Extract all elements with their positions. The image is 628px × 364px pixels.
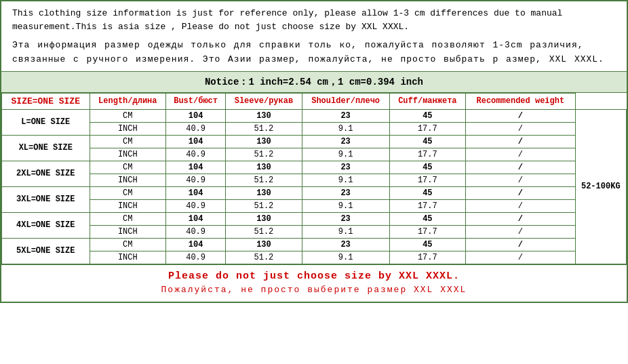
- table-row-inch: INCH40.951.29.117.7/: [2, 225, 627, 238]
- unit-inch: INCH: [90, 225, 166, 238]
- main-container: This clothing size information is just f…: [0, 0, 628, 303]
- val-cm-length: 104: [166, 212, 226, 225]
- val-cm-shoulder: 45: [389, 135, 466, 148]
- val-cm-bust: 130: [226, 109, 302, 122]
- val-cm-sleeve: 23: [302, 186, 389, 199]
- size-label: 4XL=ONE SIZE: [2, 212, 90, 238]
- val-inch-shoulder: 17.7: [389, 148, 466, 161]
- val-cm-shoulder: 45: [389, 238, 466, 251]
- table-row: 5XL=ONE SIZECM1041302345/: [2, 238, 627, 251]
- val-inch-sleeve: 9.1: [302, 122, 389, 135]
- unit-cm: CM: [90, 186, 166, 199]
- table-row: L=ONE SIZECM1041302345/52-100KG: [2, 109, 627, 122]
- val-inch-sleeve: 9.1: [302, 225, 389, 238]
- table-row-inch: INCH40.951.29.117.7/: [2, 251, 627, 264]
- table-row-inch: INCH40.951.29.117.7/: [2, 199, 627, 212]
- unit-cm: CM: [90, 161, 166, 174]
- val-inch-cuff: /: [466, 148, 575, 161]
- header-sleeve: Sleeve/рукав: [226, 93, 302, 109]
- table-row: 3XL=ONE SIZECM1041302345/: [2, 186, 627, 199]
- val-cm-bust: 130: [226, 212, 302, 225]
- table-row: XL=ONE SIZECM1041302345/: [2, 135, 627, 148]
- val-cm-cuff: /: [466, 186, 575, 199]
- notice-bar: Notice：1 inch=2.54 cm，1 cm=0.394 inch: [1, 71, 627, 93]
- val-cm-length: 104: [166, 109, 226, 122]
- val-inch-sleeve: 9.1: [302, 174, 389, 186]
- russian-notice: Эта информация размер одежды только для …: [12, 39, 616, 67]
- header-bust: Bust/бюст: [166, 93, 226, 109]
- table-row: 4XL=ONE SIZECM1041302345/: [2, 212, 627, 225]
- val-cm-shoulder: 45: [389, 186, 466, 199]
- table-row-inch: INCH40.951.29.117.7/: [2, 174, 627, 186]
- unit-inch: INCH: [90, 174, 166, 186]
- val-inch-shoulder: 17.7: [389, 199, 466, 212]
- val-inch-bust: 51.2: [226, 199, 302, 212]
- val-inch-bust: 51.2: [226, 251, 302, 264]
- val-cm-cuff: /: [466, 135, 575, 148]
- val-cm-bust: 130: [226, 238, 302, 251]
- val-inch-cuff: /: [466, 174, 575, 186]
- table-row-inch: INCH40.951.29.117.7/: [2, 122, 627, 135]
- val-cm-length: 104: [166, 161, 226, 174]
- val-cm-length: 104: [166, 186, 226, 199]
- val-cm-bust: 130: [226, 161, 302, 174]
- val-inch-length: 40.9: [166, 251, 226, 264]
- val-inch-length: 40.9: [166, 174, 226, 186]
- val-inch-length: 40.9: [166, 122, 226, 135]
- val-inch-length: 40.9: [166, 148, 226, 161]
- val-cm-sleeve: 23: [302, 161, 389, 174]
- header-size: SIZE=ONE SIZE: [2, 93, 90, 109]
- unit-inch: INCH: [90, 199, 166, 212]
- footer-english: Please do not just choose size by XXL XX…: [1, 270, 627, 282]
- val-cm-bust: 130: [226, 135, 302, 148]
- val-cm-shoulder: 45: [389, 161, 466, 174]
- val-inch-shoulder: 17.7: [389, 251, 466, 264]
- header-length: Length/длина: [90, 93, 166, 109]
- size-label: XL=ONE SIZE: [2, 135, 90, 161]
- val-cm-cuff: /: [466, 238, 575, 251]
- val-inch-sleeve: 9.1: [302, 199, 389, 212]
- val-cm-cuff: /: [466, 212, 575, 225]
- footer-russian: Пожалуйста, не просто выберите размер XX…: [1, 285, 627, 295]
- unit-inch: INCH: [90, 122, 166, 135]
- val-inch-shoulder: 17.7: [389, 174, 466, 186]
- footer-section: Please do not just choose size by XXL XX…: [1, 264, 627, 302]
- unit-inch: INCH: [90, 251, 166, 264]
- size-table: SIZE=ONE SIZE Length/длина Bust/бюст Sle…: [1, 93, 627, 264]
- val-inch-sleeve: 9.1: [302, 251, 389, 264]
- table-row: 2XL=ONE SIZECM1041302345/: [2, 161, 627, 174]
- notice-section: This clothing size information is just f…: [1, 1, 627, 71]
- val-inch-cuff: /: [466, 122, 575, 135]
- val-inch-shoulder: 17.7: [389, 122, 466, 135]
- unit-cm: CM: [90, 212, 166, 225]
- header-weight: Recommended weight: [466, 93, 575, 109]
- val-inch-cuff: /: [466, 251, 575, 264]
- val-cm-shoulder: 45: [389, 109, 466, 122]
- unit-cm: CM: [90, 238, 166, 251]
- val-cm-sleeve: 23: [302, 238, 389, 251]
- weight-cell: 52-100KG: [575, 109, 626, 264]
- val-inch-cuff: /: [466, 199, 575, 212]
- val-cm-sleeve: 23: [302, 135, 389, 148]
- header-cuff: Cuff/манжета: [389, 93, 466, 109]
- val-inch-cuff: /: [466, 225, 575, 238]
- val-cm-bust: 130: [226, 186, 302, 199]
- val-cm-cuff: /: [466, 161, 575, 174]
- val-inch-sleeve: 9.1: [302, 148, 389, 161]
- val-inch-length: 40.9: [166, 199, 226, 212]
- val-cm-length: 104: [166, 238, 226, 251]
- size-label: 3XL=ONE SIZE: [2, 186, 90, 212]
- val-inch-bust: 51.2: [226, 148, 302, 161]
- val-inch-bust: 51.2: [226, 174, 302, 186]
- val-cm-sleeve: 23: [302, 109, 389, 122]
- val-cm-length: 104: [166, 135, 226, 148]
- val-inch-bust: 51.2: [226, 225, 302, 238]
- val-inch-bust: 51.2: [226, 122, 302, 135]
- val-cm-shoulder: 45: [389, 212, 466, 225]
- header-shoulder: Shoulder/плечо: [302, 93, 389, 109]
- val-cm-cuff: /: [466, 109, 575, 122]
- val-inch-length: 40.9: [166, 225, 226, 238]
- unit-cm: CM: [90, 109, 166, 122]
- unit-inch: INCH: [90, 148, 166, 161]
- val-cm-sleeve: 23: [302, 212, 389, 225]
